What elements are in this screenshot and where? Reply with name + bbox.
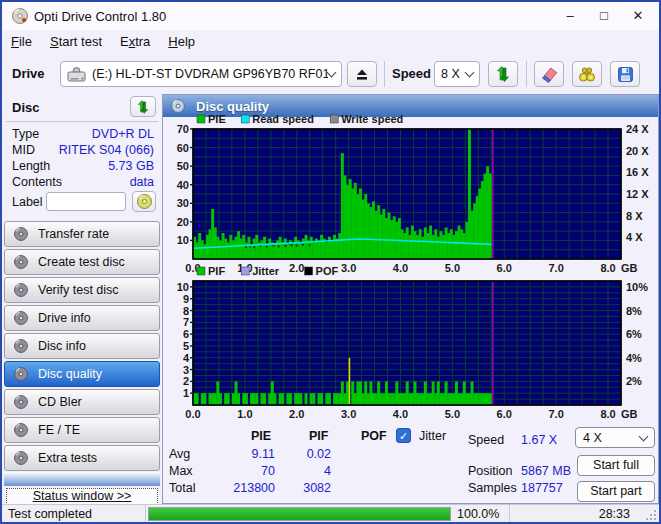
eject-button[interactable] [347,61,377,87]
samples-stat-value: 187757 [521,481,563,495]
stat-total-pie: 213800 [227,481,275,495]
svg-text:16 X: 16 X [626,166,649,178]
jitter-label: Jitter [419,429,446,443]
stat-total-label: Total [169,481,195,495]
svg-text:20: 20 [177,216,189,228]
sidebar-item-fe-te[interactable]: FE / TE [4,417,160,443]
menu-item-extra[interactable]: Extra [111,30,159,54]
resize-grip-icon [645,509,657,524]
svg-text:10: 10 [177,234,189,246]
stat-max-pif: 4 [285,464,331,478]
sidebar-item-transfer-rate[interactable]: Transfer rate [4,221,160,247]
svg-text:8 X: 8 X [626,210,643,222]
sidebar-item-cd-bler[interactable]: CD Bler [4,389,160,415]
svg-text:1.0: 1.0 [237,408,252,420]
svg-text:2: 2 [183,375,189,387]
svg-text:Read speed: Read speed [252,113,314,125]
refresh-drives-button[interactable] [488,61,518,87]
drive-label: Drive [12,66,45,81]
status-window-button[interactable]: Status window >> [6,488,158,505]
disc-icon [13,226,29,242]
save-button[interactable] [610,61,640,87]
sidebar-item-label: Disc quality [38,367,102,381]
test-speed-value: 4 X [583,431,602,445]
refresh-disc-button[interactable] [130,96,156,117]
jitter-checkbox[interactable]: ✓ [396,428,411,443]
speed-select[interactable]: 8 X [434,61,480,87]
sidebar-item-label: CD Bler [38,395,82,409]
svg-text:20 X: 20 X [626,145,649,157]
drive-select[interactable]: (E:) HL-DT-ST DVDRAM GP96YB70 RF01 [60,61,342,87]
position-stat-value: 5867 MB [521,464,571,478]
disc-label-input[interactable] [46,192,126,211]
menu-item-start-test[interactable]: Start test [41,30,111,54]
disc-type-label: Type [12,127,39,141]
svg-text:10: 10 [177,281,189,293]
sidebar-item-label: Drive info [38,311,91,325]
test-speed-select[interactable]: 4 X [575,427,655,448]
disc-icon [13,338,29,354]
svg-text:7.0: 7.0 [549,408,564,420]
sidebar-item-label: Verify test disc [38,283,119,297]
svg-text:Jitter: Jitter [252,265,280,277]
statusbar-separator [145,505,146,523]
eject-icon [354,66,370,82]
refresh-icon [494,65,512,83]
disc-mid-value: RITEK S04 (066) [59,143,154,157]
disc-contents-label: Contents [12,175,62,189]
maximize-button[interactable]: □ [587,2,621,30]
svg-text:Write speed: Write speed [341,113,403,125]
menu-item-help[interactable]: Help [159,30,204,54]
erase-disc-button[interactable] [534,61,564,87]
drive-icon [67,67,86,82]
disc-label-caption: Label [12,195,43,209]
chevron-down-icon [639,431,649,441]
sidebar-item-extra-tests[interactable]: Extra tests [4,445,160,471]
drive-select-value: (E:) HL-DT-ST DVDRAM GP96YB70 RF01 [92,67,328,81]
sidebar-item-create-test-disc[interactable]: Create test disc [4,249,160,275]
sidebar-item-verify-test-disc[interactable]: Verify test disc [4,277,160,303]
save-icon [616,65,635,84]
start-part-button[interactable]: Start part [577,481,655,502]
status-bar: Test completed 100.0% 28:33 [2,504,659,522]
stat-col-pof: POF [361,429,387,443]
svg-text:0.0: 0.0 [185,408,200,420]
svg-text:2%: 2% [626,375,642,387]
svg-text:50: 50 [177,160,189,172]
speed-label: Speed [392,66,431,81]
samples-stat-label: Samples [468,481,517,495]
svg-text:2.0: 2.0 [289,408,304,420]
svg-text:GB: GB [621,408,638,420]
chevron-down-icon [465,68,475,78]
disc-icon [13,282,29,298]
disc-label-button[interactable] [132,191,156,212]
stat-total-pif: 3082 [285,481,331,495]
svg-text:9: 9 [183,293,189,305]
binoculars-icon [577,64,597,84]
svg-text:4: 4 [183,352,190,364]
svg-text:4.0: 4.0 [393,408,408,420]
speed-stat-value: 1.67 X [521,433,557,447]
svg-text:3.0: 3.0 [341,408,356,420]
sidebar-footer-gradient [4,472,160,486]
start-full-button[interactable]: Start full [577,455,655,476]
svg-text:5: 5 [183,340,189,352]
close-button[interactable]: ✕ [621,2,655,30]
elapsed-time: 28:33 [512,507,630,521]
svg-text:8.0: 8.0 [600,408,615,420]
disc-quality-panel: Disc quality 102030405060704 X8 X12 X16 … [162,94,659,504]
inspect-button[interactable] [572,61,602,87]
disc-icon [13,422,29,438]
minimize-button[interactable]: – [553,2,587,30]
sidebar-item-drive-info[interactable]: Drive info [4,305,160,331]
menu-item-file[interactable]: File [2,30,41,54]
disc-icon [13,310,29,326]
sidebar-item-disc-quality[interactable]: Disc quality [4,361,160,387]
toolbar-separator [384,61,385,87]
svg-text:7: 7 [183,316,189,328]
stats-block: PIE PIF POF ✓ Jitter Avg 9.11 0.02 Max 7… [163,429,658,503]
sidebar-item-disc-info[interactable]: Disc info [4,333,160,359]
speed-stat-label: Speed [468,433,504,447]
stat-avg-pie: 9.11 [227,447,275,461]
speed-select-value: 8 X [441,67,460,81]
